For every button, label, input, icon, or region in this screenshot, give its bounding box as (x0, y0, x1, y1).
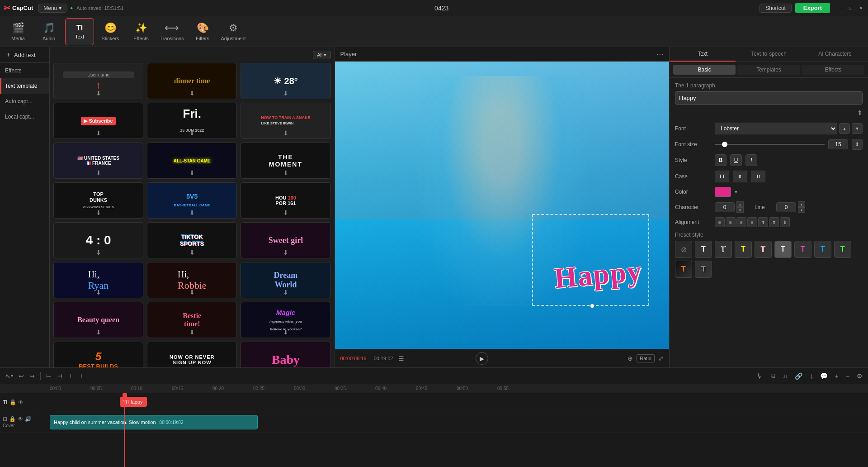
trim-button[interactable]: ⊤ (66, 372, 75, 381)
expand-icon[interactable]: ⤢ (658, 355, 664, 362)
template-tile-ryan[interactable]: Hi,Ryan ⬇ (53, 262, 143, 298)
preset-gradient[interactable]: T (675, 261, 692, 278)
template-tile-5best[interactable]: 5BEST BUILDS ⬇ (53, 342, 143, 367)
template-tile-magic[interactable]: Magichappens when youbelieve in yourself… (241, 302, 330, 338)
preset-outline[interactable]: T (715, 241, 732, 258)
case-lowercase-button[interactable]: tt (733, 171, 747, 182)
template-tile-flags[interactable]: 🇺🇸 UNITED STATES🇫🇷 FRANCE ⬇ (53, 143, 143, 179)
character-down-button[interactable]: ▾ (736, 207, 744, 213)
fontsize-input[interactable] (828, 139, 848, 149)
video-visible-icon[interactable]: 👁 (18, 416, 23, 422)
anchor-point[interactable] (590, 304, 594, 308)
toolbar-text[interactable]: TI Text (65, 18, 94, 45)
player-more-icon[interactable]: ⋯ (656, 50, 664, 58)
tab-ai-characters[interactable]: AI Characters (802, 47, 868, 62)
mic-icon[interactable]: 🎙 (755, 371, 765, 381)
preset-shadow[interactable]: T (695, 261, 712, 278)
template-tile-5v5[interactable]: 5V5BASKETBALL GAME ⬇ (147, 182, 237, 219)
minimize-button[interactable]: − (837, 5, 844, 12)
zoom-in-icon[interactable]: + (833, 372, 840, 381)
subtab-templates[interactable]: Templates (737, 65, 800, 75)
align-justify-button[interactable]: ≡ (747, 217, 757, 227)
subtab-basic[interactable]: Basic (673, 65, 736, 75)
export-button[interactable]: Export (795, 3, 830, 13)
template-tile-dunks[interactable]: TOPDUNKS2022-2023 SERIES ⬇ (53, 182, 143, 219)
undo-button[interactable]: ↖ ▾ (4, 372, 15, 381)
fontsize-slider[interactable] (715, 144, 825, 145)
character-input[interactable] (715, 202, 735, 212)
align-vmid-button[interactable]: ⬆ (769, 217, 779, 227)
template-tile-bestie[interactable]: Bestietime! ⬇ (147, 302, 237, 338)
font-select[interactable]: Lobster (715, 123, 837, 134)
sidebar-local-caption[interactable]: Local capt... (0, 109, 49, 124)
align-right-button[interactable]: ≡ (736, 217, 746, 227)
preset-green[interactable]: T (834, 241, 851, 258)
crop-button[interactable]: ⊥ (77, 372, 86, 381)
video-clip[interactable]: Happy child on summer vacation. Slow mot… (50, 415, 258, 429)
font-up-icon[interactable]: ▴ (839, 123, 850, 134)
bold-button[interactable]: B (715, 154, 726, 166)
back-button[interactable]: ↪ (28, 372, 37, 381)
template-tile-tutorial[interactable]: HOW TO TRAIN A SNAKELIKE STEVE IRWIN ⬇ (241, 103, 330, 139)
expand-paragraph-icon[interactable]: ⬆ (857, 109, 863, 116)
template-tile-baby[interactable]: Baby ⬇ (241, 342, 330, 367)
color-swatch[interactable] (715, 187, 731, 197)
overlay-icon[interactable]: ⧉ (769, 371, 777, 381)
audio-track-icon[interactable]: ♫ (781, 372, 789, 381)
sidebar-text-template[interactable]: Text template (0, 78, 49, 94)
align-left-button[interactable]: ≡ (715, 217, 725, 227)
split-button[interactable]: ⊢ (44, 372, 53, 381)
character-up-button[interactable]: ▴ (736, 201, 744, 207)
template-tile-score[interactable]: HOU 160POR 161 ⬇ (241, 182, 330, 219)
font-down-icon[interactable]: ▾ (852, 123, 863, 134)
color-dropdown-button[interactable]: ▾ (735, 189, 737, 195)
template-tile-beauty[interactable]: Beauty queen ⬇ (53, 302, 143, 338)
sidebar-effects[interactable]: Effects (0, 63, 49, 78)
play-button[interactable]: ▶ (476, 352, 488, 365)
add-text-button[interactable]: ＋ Add text (0, 47, 49, 63)
subtab-effects[interactable]: Effects (802, 65, 864, 75)
case-titlecase-button[interactable]: Tt (751, 171, 765, 182)
template-tile-score2[interactable]: 4 : 0 ⬇ (53, 222, 143, 258)
settings-icon[interactable]: ⚙ (855, 372, 864, 381)
preset-white[interactable]: T (695, 241, 712, 258)
align-center-button[interactable]: ≡ (726, 217, 736, 227)
toolbar-audio[interactable]: 🎵 Audio (34, 18, 63, 45)
preset-none[interactable]: ⊘ (675, 241, 692, 258)
preset-dark[interactable]: T (774, 241, 792, 258)
line-up-button[interactable]: ▴ (798, 201, 805, 207)
paragraph-input[interactable] (675, 91, 863, 105)
toolbar-media[interactable]: 🎬 Media (4, 18, 33, 45)
delete-button[interactable]: ⊣ (55, 372, 64, 381)
toolbar-filters[interactable]: 🎨 Filters (188, 18, 217, 45)
close-button[interactable]: ✕ (857, 5, 864, 12)
jump-icon[interactable]: ⤵ (808, 372, 815, 381)
case-uppercase-button[interactable]: TT (715, 171, 729, 182)
template-tile-dream[interactable]: DreamWorld ⬇ (241, 262, 330, 298)
line-input[interactable] (776, 202, 796, 212)
template-tile-sweetgirl[interactable]: Sweet girl ⬇ (241, 222, 330, 258)
template-tile-weather[interactable]: ☀ 28° ⬇ (241, 63, 330, 99)
template-tile-robbie[interactable]: Hi,Robbie ⬇ (147, 262, 237, 298)
preset-yellow[interactable]: T (735, 241, 752, 258)
toolbar-transitions[interactable]: ⟷ Transitions (157, 18, 186, 45)
speech-icon[interactable]: 💬 (818, 372, 830, 381)
menu-button[interactable]: Menu ▾ (38, 4, 66, 13)
template-tile-subscribe[interactable]: ▶ Subscribe ⬇ (53, 103, 143, 139)
toolbar-adjustment[interactable]: ⚙ Adjustment (219, 18, 248, 45)
preset-red-outline[interactable]: T (755, 241, 772, 258)
sidebar-auto-caption[interactable]: Auto capt... (0, 94, 49, 109)
video-lock-icon[interactable]: 🔒 (9, 416, 16, 422)
video-audio-icon[interactable]: 🔊 (25, 416, 32, 422)
shortcut-button[interactable]: Shortcut (760, 4, 792, 13)
template-tile-signup[interactable]: NOW OR NEVERSIGN UP NOW ⬇ (147, 342, 237, 367)
happy-text-clip[interactable]: TI Happy (120, 397, 147, 407)
template-tile-allstar[interactable]: ALL-STAR GAME ⬇ (147, 143, 237, 179)
preset-cyan[interactable]: T (814, 241, 831, 258)
ratio-button[interactable]: Ratio (637, 354, 655, 362)
all-filter-button[interactable]: All ▾ (313, 51, 330, 59)
fontsize-arrow-icon[interactable]: ⬍ (852, 139, 863, 150)
text-lock-icon[interactable]: 🔒 (9, 399, 16, 405)
toolbar-effects[interactable]: ✨ Effects (127, 18, 156, 45)
template-tile-tiktok[interactable]: TIKTOKSPORTS ⬇ (147, 222, 237, 258)
